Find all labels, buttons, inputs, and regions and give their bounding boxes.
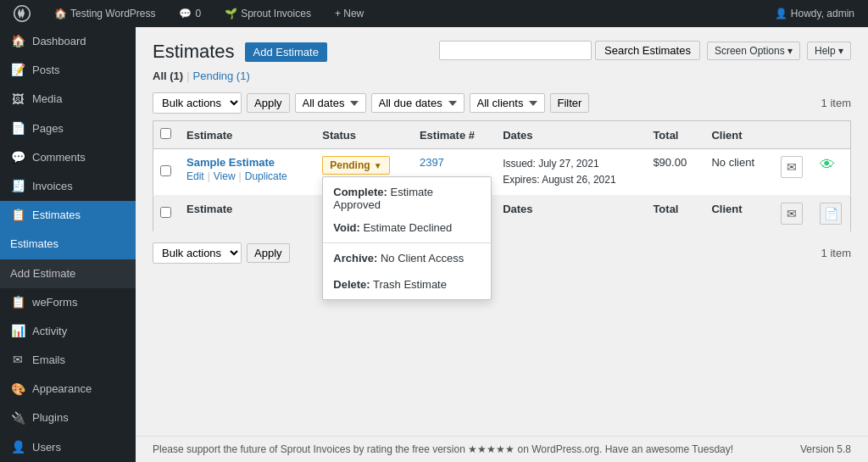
th-status[interactable]: Status	[314, 121, 411, 149]
howdy-text: Howdy, admin	[791, 8, 854, 19]
filter-links: All (1) Pending (1)	[153, 70, 851, 82]
sidebar-item-posts[interactable]: 📝Posts	[0, 56, 136, 85]
sidebar-item-weforms[interactable]: 📋weForms	[0, 288, 136, 317]
th-client[interactable]: Client	[703, 121, 772, 149]
edit-link[interactable]: Edit	[186, 170, 204, 182]
sidebar-subitem-add-estimate[interactable]: Add Estimate	[0, 259, 136, 288]
sidebar-item-label: Comments	[32, 150, 86, 165]
sidebar-item-label: Appearance	[32, 381, 92, 397]
search-estimates-button[interactable]: Search Estimates	[595, 41, 700, 60]
estimate-name-link[interactable]: Sample Estimate	[186, 156, 275, 169]
sidebar-item-plugins[interactable]: 🔌Plugins	[0, 404, 136, 432]
th-dates[interactable]: Dates	[494, 121, 644, 149]
sidebar-item-comments[interactable]: 💬Comments	[0, 143, 136, 172]
plugins-icon: 🔌	[10, 411, 25, 426]
sidebar-item-label: Estimates	[32, 208, 81, 223]
estimate-num-link[interactable]: 2397	[420, 156, 444, 169]
estimates-table-container: Estimate Status Estimate # Dates	[153, 120, 851, 267]
bottom-nav: Bulk actions Apply 1 item	[153, 239, 851, 267]
status-dropdown: Complete: Estimate Approved Void:	[322, 176, 492, 300]
sidebar-item-label: Plugins	[32, 410, 69, 426]
sidebar-item-activity[interactable]: 📊Activity	[0, 317, 136, 346]
all-clients-select[interactable]: All clients	[470, 93, 545, 113]
th-total[interactable]: Total	[644, 121, 703, 149]
subitem-link[interactable]: Estimates	[0, 230, 136, 259]
filter-all[interactable]: All (1)	[153, 70, 183, 82]
complete-link[interactable]: Complete: Estimate Approved	[323, 181, 491, 216]
all-dates-select[interactable]: All dates	[295, 93, 366, 113]
user-avatar-icon: 👤	[775, 8, 787, 19]
status-badge[interactable]: Pending ▼	[322, 156, 389, 175]
help-button[interactable]: Help ▾	[807, 42, 851, 60]
activity-icon: 📊	[10, 324, 25, 339]
footer-text: Please support the future of Sprout Invo…	[153, 443, 733, 455]
pdf-bottom-icon[interactable]: 📄	[820, 203, 842, 225]
row-checkbox-bottom[interactable]	[160, 207, 171, 218]
weforms-icon: 📋	[10, 295, 25, 310]
sidebar-item-users[interactable]: 👤Users	[0, 433, 136, 462]
eye-cell: 👁	[811, 149, 851, 196]
sidebar-item-appearance[interactable]: 🎨Appearance	[0, 375, 136, 404]
screen-options-button[interactable]: Screen Options ▾	[707, 42, 800, 60]
status-dropdown-arrow-icon: ▼	[374, 161, 382, 170]
void-link[interactable]: Void: Estimate Declined	[323, 216, 491, 239]
filter-pending-link[interactable]: Pending (1)	[193, 70, 250, 82]
site-name-bar[interactable]: 🏠 Testing WordPress	[47, 0, 162, 27]
select-all-checkbox[interactable]	[160, 128, 171, 139]
dropdown-item-complete[interactable]: Complete: Estimate Approved	[323, 181, 491, 216]
bulk-actions-bottom-select[interactable]: Bulk actions	[153, 242, 242, 264]
dropdown-item-void[interactable]: Void: Estimate Declined	[323, 216, 491, 239]
sidebar-item-pages[interactable]: 📄Pages	[0, 114, 136, 143]
comments-count: 0	[195, 8, 201, 19]
estimates-icon: 📋	[10, 208, 25, 223]
dropdown-item-archive[interactable]: Archive: No Client Access	[323, 242, 491, 270]
bulk-actions-select[interactable]: Bulk actions	[153, 92, 242, 114]
howdy-bar[interactable]: 👤 Howdy, admin	[768, 0, 861, 27]
row-checkbox[interactable]	[160, 165, 171, 176]
delete-link[interactable]: Delete: Trash Estimate	[323, 273, 491, 296]
apply-bottom-button[interactable]: Apply	[247, 243, 290, 263]
view-icon[interactable]: 👁	[820, 156, 835, 173]
filter-button[interactable]: Filter	[550, 93, 590, 113]
dropdown-item-delete[interactable]: Delete: Trash Estimate	[323, 273, 491, 296]
add-estimate-button[interactable]: Add Estimate	[245, 42, 327, 62]
sidebar-subitem-estimates[interactable]: Estimates	[0, 230, 136, 259]
th-estimate-num[interactable]: Estimate #	[411, 121, 494, 149]
apply-button[interactable]: Apply	[247, 93, 290, 113]
filter-all-count: (1)	[170, 70, 183, 82]
filter-pending[interactable]: Pending (1)	[183, 70, 250, 82]
sidebar-item-dashboard[interactable]: 🏠Dashboard	[0, 27, 136, 56]
new-label: + New	[335, 8, 364, 19]
search-input[interactable]	[439, 41, 592, 60]
subitem-link[interactable]: Add Estimate	[0, 259, 136, 288]
sidebar-item-label: Users	[32, 440, 61, 455]
email-bottom-icon[interactable]: ✉	[781, 203, 803, 225]
search-area: Search Estimates	[439, 41, 700, 60]
total-col-bottom: Total	[644, 196, 703, 232]
sidebar-item-invoices[interactable]: 🧾Invoices	[0, 172, 136, 201]
email-icon[interactable]: ✉	[781, 156, 803, 178]
invoices-icon: 🧾	[10, 179, 25, 194]
estimate-col-bottom: Estimate	[178, 196, 314, 232]
comments-bar[interactable]: 💬 0	[172, 0, 208, 27]
th-email-icon	[772, 121, 811, 149]
issued-date: Issued: July 27, 2021	[503, 156, 636, 172]
plugin-name: Sprout Invoices	[241, 8, 311, 19]
total-cell: $90.00	[644, 149, 703, 196]
new-bar[interactable]: + New	[328, 0, 370, 27]
plugin-bar[interactable]: 🌱 Sprout Invoices	[218, 0, 318, 27]
sidebar-item-media[interactable]: 🖼Media	[0, 85, 136, 114]
email-cell: ✉	[772, 149, 811, 196]
archive-link[interactable]: Archive: No Client Access	[323, 243, 491, 270]
duplicate-link[interactable]: Duplicate	[245, 170, 287, 182]
th-estimate[interactable]: Estimate	[178, 121, 314, 149]
sidebar-item-emails[interactable]: ✉Emails	[0, 346, 136, 375]
wp-logo[interactable]	[7, 0, 37, 27]
filter-all-link[interactable]: All (1)	[153, 70, 183, 82]
pages-icon: 📄	[10, 121, 25, 136]
sidebar-item-estimates[interactable]: 📋Estimates Estimates Add Estimate	[0, 201, 136, 288]
top-controls: Search Estimates Screen Options ▾ Help ▾	[439, 41, 851, 60]
footer-version: Version 5.8	[800, 443, 851, 455]
view-link[interactable]: View	[214, 170, 236, 182]
all-due-dates-select[interactable]: All due dates	[371, 93, 465, 113]
